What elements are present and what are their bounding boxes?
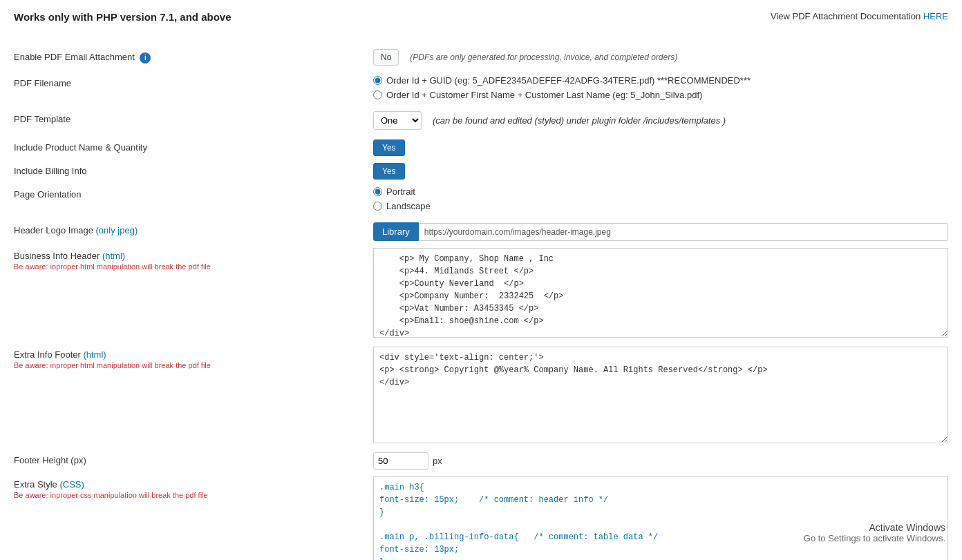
enable-pdf-row: Enable PDF Email Attachment i No (PDFs a… xyxy=(14,46,948,68)
business-info-textarea[interactable]: <p> My Company, Shop Name , Inc <p>44. M… xyxy=(373,248,948,338)
footer-height-input-row: px xyxy=(373,452,948,470)
pdf-filename-label: PDF Filename xyxy=(14,78,71,88)
filename-option1-row: Order Id + GUID (eg: 5_ADFE2345ADEFEF-42… xyxy=(373,75,948,86)
business-info-textarea-container: <p> My Company, Shop Name , Inc <p>44. M… xyxy=(373,248,948,340)
include-billing-label: Include Billing Info xyxy=(14,166,87,176)
template-note: (can be found and edited (styled) under … xyxy=(433,115,726,126)
doc-link-here[interactable]: HERE xyxy=(923,11,948,21)
include-product-row: Include Product Name & Quantity Yes xyxy=(14,137,948,156)
btn-no[interactable]: No xyxy=(373,49,399,66)
portrait-label: Portrait xyxy=(386,186,415,197)
pdf-template-row: PDF Template One Two Three (can be found… xyxy=(14,108,948,133)
filename-option1-label: Order Id + GUID (eg: 5_ADFE2345ADEFEF-42… xyxy=(386,75,751,86)
pdf-filename-row: PDF Filename Order Id + GUID (eg: 5_ADFE… xyxy=(14,73,948,104)
doc-link-row: View PDF Attachment Documentation HERE xyxy=(771,11,948,21)
page-title: Works only with PHP version 7.1, and abo… xyxy=(14,11,232,23)
logo-url-input[interactable] xyxy=(419,223,948,241)
include-product-yes-btn[interactable]: Yes xyxy=(373,139,405,156)
landscape-row: Landscape xyxy=(373,201,948,211)
landscape-label: Landscape xyxy=(386,201,431,211)
business-html-label: (html) xyxy=(102,251,125,261)
include-billing-row: Include Billing Info Yes xyxy=(14,160,948,180)
library-btn[interactable]: Library xyxy=(373,222,419,241)
page-orientation-label: Page Orientation xyxy=(14,189,82,200)
include-product-label: Include Product Name & Quantity xyxy=(14,142,147,153)
filename-option1-radio[interactable] xyxy=(373,76,382,85)
extra-footer-label: Extra Info Footer (html) xyxy=(14,349,106,360)
px-label: px xyxy=(433,456,442,466)
extra-style-label: Extra Style (CSS) xyxy=(14,479,84,490)
only-jpeg-label: (only jpeg) xyxy=(96,225,138,235)
extra-footer-textarea[interactable]: <div style='text-align: center;'> <p> <s… xyxy=(373,347,948,443)
header-logo-label: Header Logo Image (only jpeg) xyxy=(14,225,138,235)
filename-option2-label: Order Id + Customer First Name + Custome… xyxy=(386,90,702,100)
include-billing-yes-btn[interactable]: Yes xyxy=(373,163,405,180)
pdf-template-label: PDF Template xyxy=(14,114,70,124)
footer-height-row: Footer Height (px) px xyxy=(14,450,948,470)
footer-height-input[interactable] xyxy=(373,452,428,470)
extra-footer-row: Extra Info Footer (html) Be aware: inpro… xyxy=(14,344,948,445)
footer-height-label: Footer Height (px) xyxy=(14,455,86,465)
portrait-radio[interactable] xyxy=(373,187,382,196)
library-row: Library xyxy=(373,222,948,241)
extra-style-warning: Be aware: inproper css manipulation will… xyxy=(14,491,208,499)
extra-style-textarea-container: .main h3{ font-size: 15px; /* comment: h… xyxy=(373,476,948,560)
business-info-warning: Be aware: inproper html manipulation wil… xyxy=(14,262,211,271)
extra-footer-html-label: (html) xyxy=(83,349,106,360)
pdf-template-dropdown[interactable]: One Two Three xyxy=(373,111,422,130)
filename-option2-row: Order Id + Customer First Name + Custome… xyxy=(373,90,948,100)
business-info-label: Business Info Header (html) xyxy=(14,251,125,261)
extra-style-css-label: (CSS) xyxy=(59,479,84,490)
enable-pdf-label: Enable PDF Email Attachment xyxy=(14,52,135,62)
page-orientation-row: Page Orientation Portrait Landscape xyxy=(14,184,948,215)
business-info-row: Business Info Header (html) Be aware: in… xyxy=(14,245,948,340)
header-logo-row: Header Logo Image (only jpeg) Library xyxy=(14,220,948,241)
portrait-row: Portrait xyxy=(373,186,948,197)
extra-style-row: Extra Style (CSS) Be aware: inproper css… xyxy=(14,474,948,560)
landscape-radio[interactable] xyxy=(373,202,382,211)
filename-option2-radio[interactable] xyxy=(373,90,382,99)
pdf-note: (PDFs are only generated for processing,… xyxy=(410,52,677,62)
extra-footer-textarea-container: <div style='text-align: center;'> <p> <s… xyxy=(373,347,948,445)
info-icon[interactable]: i xyxy=(140,52,151,64)
extra-style-textarea[interactable]: .main h3{ font-size: 15px; /* comment: h… xyxy=(373,476,948,560)
extra-footer-warning: Be aware: inproper html manipulation wil… xyxy=(14,361,211,369)
